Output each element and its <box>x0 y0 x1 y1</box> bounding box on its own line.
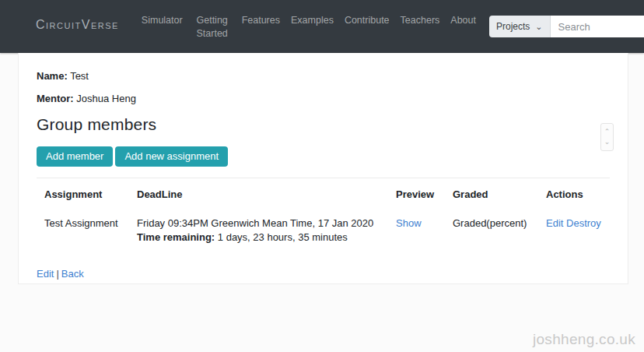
deadline-text: Friday 09:34PM Greenwich Mean Time, 17 J… <box>137 217 382 229</box>
group-mentor-row: Mentor: Joshua Heng <box>37 93 610 104</box>
group-card: Name: Test Mentor: Joshua Heng Group mem… <box>18 53 628 284</box>
spinner-down-icon[interactable]: ⌄ <box>604 137 611 147</box>
nav-item-contribute[interactable]: Contribute <box>339 10 395 31</box>
table-row: Test Assignment Friday 09:34PM Greenwich… <box>37 209 610 251</box>
group-actions: Add member Add new assignment <box>37 146 610 167</box>
nav-item-examples[interactable]: Examples <box>285 10 339 31</box>
spinner-up-icon[interactable]: ⌃ <box>604 127 611 137</box>
add-assignment-button[interactable]: Add new assignment <box>115 146 228 167</box>
cell-actions: Edit Destroy <box>538 209 610 251</box>
show-link[interactable]: Show <box>396 217 422 229</box>
search-input[interactable] <box>551 16 644 37</box>
header-assignment: Assignment <box>37 178 129 210</box>
chevron-down-icon: ⌄ <box>535 23 542 31</box>
header-actions: Actions <box>538 178 610 210</box>
scroll-spinner[interactable]: ⌃ ⌄ <box>600 123 614 151</box>
group-mentor-value: Joshua Heng <box>76 93 136 104</box>
edit-group-link[interactable]: Edit <box>37 268 54 280</box>
nav-links: Simulator Getting Started Features Examp… <box>136 10 481 44</box>
circuitverse-logo[interactable]: CircuitVerse <box>36 18 119 32</box>
page-title: Group members <box>37 115 610 134</box>
group-name-row: Name: Test <box>37 70 610 82</box>
header-preview: Preview <box>388 178 445 210</box>
cell-assignment-name: Test Assignment <box>37 209 129 251</box>
cell-graded: Graded(percent) <box>445 209 538 251</box>
table-header-row: Assignment DeadLine Preview Graded Actio… <box>37 178 610 210</box>
nav-item-teachers[interactable]: Teachers <box>395 10 446 31</box>
time-remaining-value: 1 days, 23 hours, 35 minutes <box>218 231 348 243</box>
group-name-label: Name: <box>37 70 68 82</box>
nav-item-getting-started[interactable]: Getting Started <box>188 10 236 44</box>
time-remaining-label: Time remaining: <box>137 231 215 243</box>
time-remaining: Time remaining: 1 days, 23 hours, 35 min… <box>137 231 382 243</box>
assignments-table: Assignment DeadLine Preview Graded Actio… <box>37 178 610 251</box>
nav-item-about[interactable]: About <box>445 10 481 31</box>
back-link[interactable]: Back <box>61 268 84 280</box>
edit-assignment-link[interactable]: Edit <box>546 217 563 229</box>
header-deadline: DeadLine <box>129 178 388 210</box>
group-name-value: Test <box>70 70 89 82</box>
navbar: CircuitVerse Simulator Getting Started F… <box>0 0 644 53</box>
cell-deadline: Friday 09:34PM Greenwich Mean Time, 17 J… <box>129 209 388 251</box>
search-group: Projects ⌄ <box>489 16 644 37</box>
group-mentor-label: Mentor: <box>37 93 74 104</box>
destroy-assignment-link[interactable]: Destroy <box>566 217 601 229</box>
add-member-button[interactable]: Add member <box>37 146 113 167</box>
search-filter-label: Projects <box>496 21 530 32</box>
footer-links: Edit|Back <box>37 268 610 280</box>
link-separator: | <box>56 268 58 280</box>
cell-preview: Show <box>388 209 445 251</box>
nav-item-simulator[interactable]: Simulator <box>136 10 188 31</box>
header-graded: Graded <box>445 178 538 210</box>
search-filter-dropdown[interactable]: Projects ⌄ <box>489 16 551 37</box>
nav-item-features[interactable]: Features <box>236 10 285 31</box>
watermark: joshheng.co.uk <box>533 331 635 348</box>
